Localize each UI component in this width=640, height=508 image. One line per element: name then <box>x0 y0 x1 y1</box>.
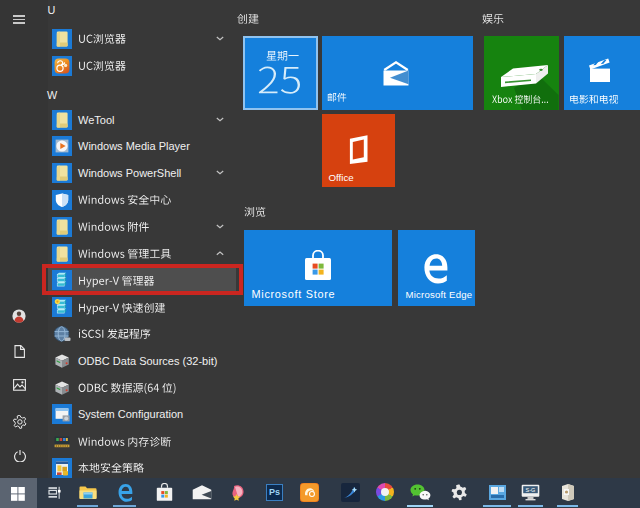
svg-text:S-G: S-G <box>526 487 536 493</box>
